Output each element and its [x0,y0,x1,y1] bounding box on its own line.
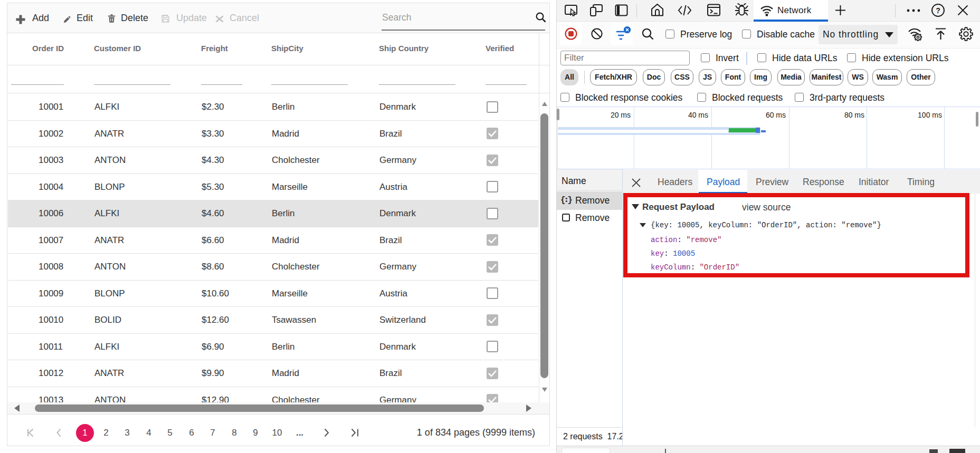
svg-text:?: ? [936,6,940,15]
